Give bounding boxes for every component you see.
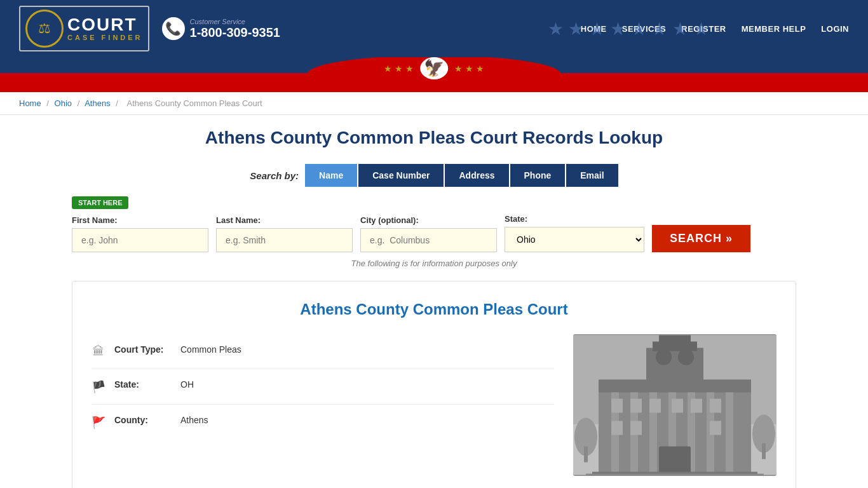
court-card-body: 🏛 Court Type: Common Pleas 🏴 State: OH 🚩… — [92, 334, 776, 476]
last-name-input[interactable] — [216, 228, 353, 252]
court-type-label: Court Type: — [114, 344, 172, 355]
breadcrumb-sep1: / — [46, 98, 49, 108]
breadcrumb: Home / Ohio / Athens / Athens County Com… — [0, 92, 868, 115]
search-by-label: Search by: — [250, 170, 299, 181]
building-svg — [573, 334, 776, 476]
first-name-group: First Name: — [72, 215, 208, 252]
tab-email[interactable]: Email — [566, 164, 618, 187]
svg-rect-6 — [659, 336, 691, 343]
nav-services[interactable]: SERVICES — [622, 24, 667, 34]
logo-court-text: COURT — [67, 16, 143, 34]
court-building-image — [573, 334, 776, 476]
nav-member-help[interactable]: MEMBER HELP — [742, 24, 806, 34]
customer-service: 📞 Customer Service 1-800-309-9351 — [162, 17, 280, 40]
main-nav: HOME SERVICES REGISTER MEMBER HELP LOGIN — [581, 24, 849, 34]
county-icon: 🚩 — [92, 416, 105, 430]
state-row: 🏴 State: OH — [92, 369, 554, 405]
first-name-label: First Name: — [72, 215, 208, 225]
county-label: County: — [114, 415, 172, 425]
stars-left: ★ ★ ★ — [384, 64, 414, 74]
breadcrumb-sep3: / — [116, 98, 118, 108]
last-name-group: Last Name: — [216, 215, 353, 252]
start-here-badge: START HERE — [72, 196, 128, 209]
banner-wave: ★ ★ ★ 🦅 ★ ★ ★ — [0, 57, 868, 92]
search-by-row: Search by: Name Case Number Address Phon… — [72, 164, 796, 187]
svg-rect-13 — [726, 393, 733, 475]
court-info-card: Athens County Common Pleas Court 🏛 Court… — [72, 281, 796, 488]
nav-home[interactable]: HOME — [581, 24, 607, 34]
svg-rect-23 — [630, 421, 642, 435]
court-details: 🏛 Court Type: Common Pleas 🏴 State: OH 🚩… — [92, 334, 554, 476]
header-left: ⚖ COURT CASE FINDER 📞 Customer Service 1… — [19, 6, 280, 51]
tab-case-number[interactable]: Case Number — [358, 164, 444, 187]
svg-rect-25 — [659, 447, 691, 475]
court-card-title: Athens County Common Pleas Court — [92, 301, 776, 318]
svg-rect-21 — [710, 399, 721, 413]
breadcrumb-home[interactable]: Home — [19, 98, 41, 108]
svg-rect-17 — [630, 399, 642, 413]
court-type-icon: 🏛 — [92, 345, 105, 358]
state-label: State: — [505, 214, 644, 224]
svg-rect-19 — [672, 399, 683, 413]
search-button[interactable]: SEARCH » — [652, 225, 750, 252]
breadcrumb-athens[interactable]: Athens — [85, 98, 110, 108]
logo-text: COURT CASE FINDER — [67, 16, 143, 41]
city-label: City (optional): — [360, 215, 497, 225]
eagle-container: ★ ★ ★ 🦅 ★ ★ ★ — [384, 57, 484, 79]
last-name-label: Last Name: — [216, 215, 353, 225]
eagle-icon: 🦅 — [420, 57, 448, 79]
city-input[interactable] — [360, 228, 497, 252]
state-select[interactable]: Ohio — [505, 227, 644, 252]
svg-rect-4 — [646, 348, 703, 383]
state-group: State: Ohio — [505, 214, 644, 252]
breadcrumb-sep2: / — [78, 98, 80, 108]
site-logo: ⚖ COURT CASE FINDER — [19, 6, 149, 51]
breadcrumb-current: Athens County Common Pleas Court — [127, 98, 262, 108]
stars-right: ★ ★ ★ — [454, 64, 484, 74]
logo-case-finder-text: CASE FINDER — [67, 34, 143, 41]
state-detail-value: OH — [180, 379, 194, 390]
court-type-row: 🏛 Court Type: Common Pleas — [92, 334, 554, 369]
svg-rect-18 — [649, 399, 661, 413]
svg-rect-22 — [611, 421, 623, 435]
svg-rect-27 — [586, 474, 764, 477]
customer-service-text: Customer Service 1-800-309-9351 — [190, 18, 280, 40]
county-value: Athens — [180, 415, 208, 425]
search-form: First Name: Last Name: City (optional): … — [72, 214, 796, 252]
city-group: City (optional): — [360, 215, 497, 252]
phone-icon: 📞 — [162, 17, 185, 40]
info-note: The following is for information purpose… — [72, 259, 796, 268]
svg-rect-20 — [691, 399, 702, 413]
tab-address[interactable]: Address — [445, 164, 508, 187]
logo-emblem: ⚖ — [25, 10, 64, 48]
tab-name[interactable]: Name — [305, 164, 357, 187]
first-name-input[interactable] — [72, 228, 208, 252]
page-title: Athens County Common Pleas Court Records… — [72, 128, 796, 148]
court-type-value: Common Pleas — [180, 344, 241, 355]
svg-rect-15 — [678, 349, 694, 365]
svg-rect-31 — [762, 444, 766, 459]
svg-rect-24 — [710, 421, 721, 435]
state-detail-label: State: — [114, 379, 172, 390]
breadcrumb-ohio[interactable]: Ohio — [55, 98, 72, 108]
county-row: 🚩 County: Athens — [92, 405, 554, 440]
svg-rect-5 — [653, 342, 697, 351]
nav-login[interactable]: LOGIN — [821, 24, 849, 34]
logo-emblem-icon: ⚖ — [38, 20, 51, 37]
svg-rect-16 — [611, 399, 623, 413]
svg-rect-14 — [656, 349, 672, 365]
site-header: ★ ★ ★ ★ ★ ★ ★ ★ ⚖ COURT CASE FINDER 📞 Cu… — [0, 0, 868, 57]
tab-phone[interactable]: Phone — [510, 164, 566, 187]
nav-register[interactable]: REGISTER — [681, 24, 726, 34]
main-content: Athens County Common Pleas Court Records… — [53, 115, 815, 488]
state-icon: 🏴 — [92, 380, 105, 394]
cs-phone: 1-800-309-9351 — [190, 25, 280, 40]
svg-rect-29 — [584, 447, 588, 463]
cs-label: Customer Service — [190, 18, 280, 25]
